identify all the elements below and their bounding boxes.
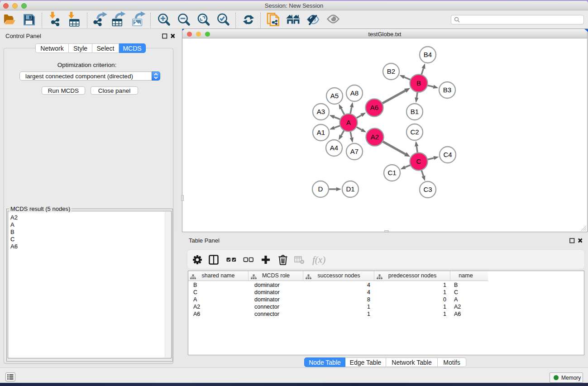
svg-text:D: D (318, 185, 323, 193)
svg-text:D1: D1 (346, 185, 354, 193)
svg-text:C1: C1 (387, 169, 396, 176)
svg-text:B: B (416, 79, 421, 87)
svg-text:B2: B2 (387, 67, 395, 75)
svg-text:C4: C4 (443, 151, 452, 158)
svg-text:A6: A6 (370, 104, 378, 111)
svg-text:C3: C3 (423, 186, 432, 193)
svg-text:A4: A4 (330, 144, 338, 152)
svg-text:B3: B3 (443, 86, 451, 94)
svg-text:A8: A8 (350, 89, 359, 97)
svg-text:A1: A1 (317, 129, 325, 136)
svg-text:A7: A7 (350, 148, 359, 155)
svg-text:A5: A5 (330, 92, 339, 100)
svg-text:C: C (416, 157, 421, 165)
svg-text:f(x): f(x) (312, 254, 325, 265)
svg-text:A3: A3 (317, 108, 325, 115)
svg-text:A2: A2 (371, 133, 379, 141)
svg-text:B1: B1 (411, 108, 419, 115)
svg-text:A: A (346, 119, 351, 126)
svg-text:B4: B4 (424, 51, 432, 58)
svg-text:C2: C2 (410, 128, 419, 136)
